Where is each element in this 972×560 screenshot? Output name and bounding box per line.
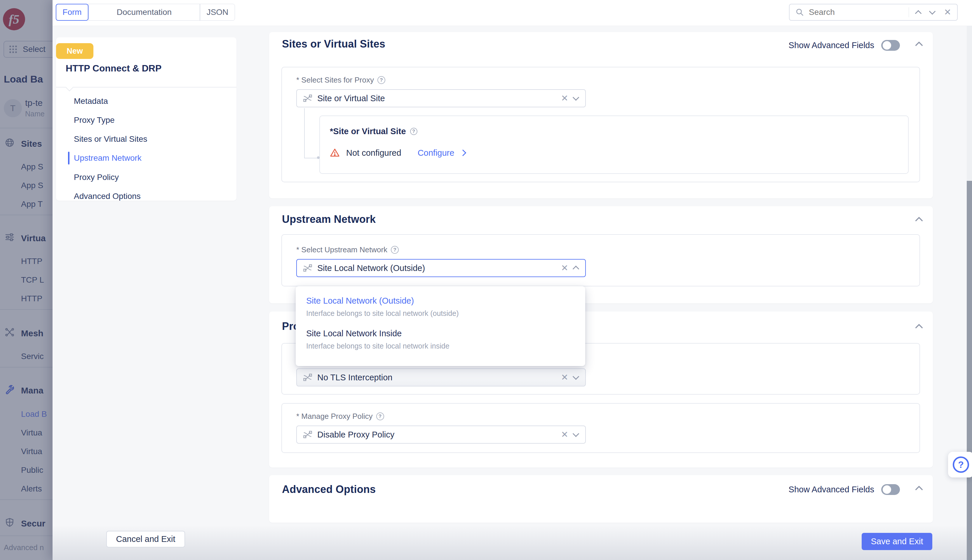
chevron-up-icon[interactable] xyxy=(573,266,580,272)
manage-proxy-policy-select[interactable]: Disable Proxy Policy ✕ xyxy=(296,425,586,443)
connector-dot xyxy=(317,156,320,159)
nested-label: *Site or Virtual Site xyxy=(330,127,406,136)
panel-topbar: Form Documentation JSON ✕ xyxy=(53,0,972,26)
connector-line xyxy=(304,108,305,158)
status-row: Not configured Configure xyxy=(330,148,908,158)
help-circle-icon[interactable]: ? xyxy=(391,246,399,254)
form-nav-item-upstream-network[interactable]: Upstream Network xyxy=(74,153,142,163)
form-title: HTTP Connect & DRP xyxy=(66,63,161,74)
reference-icon xyxy=(303,430,312,439)
divider xyxy=(56,87,236,88)
cancel-button[interactable]: Cancel and Exit xyxy=(106,531,185,547)
option-description: Interface belongs to site local network … xyxy=(306,309,575,318)
clear-icon[interactable]: ✕ xyxy=(561,94,568,103)
dropdown-option[interactable]: Site Local Network (Outside) Interface b… xyxy=(306,296,575,318)
tab-json[interactable]: JSON xyxy=(200,4,235,21)
reference-icon xyxy=(303,373,312,382)
search-icon xyxy=(795,8,804,17)
collapse-section-icon[interactable] xyxy=(915,486,923,493)
new-badge: New xyxy=(56,43,94,59)
active-indicator xyxy=(68,152,70,165)
divider-notch xyxy=(65,83,73,91)
search-box[interactable]: ✕ xyxy=(789,4,958,21)
clear-icon[interactable]: ✕ xyxy=(561,430,568,439)
upstream-network-dropdown: Site Local Network (Outside) Interface b… xyxy=(296,286,585,366)
configure-link[interactable]: Configure xyxy=(418,148,454,158)
select-value: Site or Virtual Site xyxy=(317,93,556,103)
show-advanced-label: Show Advanced Fields xyxy=(789,40,874,50)
search-next-icon[interactable] xyxy=(929,8,936,15)
show-advanced-toggle[interactable] xyxy=(881,40,900,51)
select-value: No TLS Interception xyxy=(317,373,556,382)
help-circle-icon[interactable]: ? xyxy=(377,76,385,84)
form-nav-item-sites[interactable]: Sites or Virtual Sites xyxy=(74,135,147,144)
nested-site-box: *Site or Virtual Site ? Not configured C… xyxy=(319,115,909,174)
form-nav-item-metadata[interactable]: Metadata xyxy=(74,97,108,106)
question-circle-icon: ? xyxy=(953,457,969,473)
tls-interception-select[interactable]: No TLS Interception ✕ xyxy=(296,368,586,387)
reference-icon xyxy=(303,264,312,272)
show-advanced-toggle[interactable] xyxy=(881,484,900,495)
section-advanced-card: Advanced Options Show Advanced Fields xyxy=(269,475,933,523)
upstream-field-group: * Select Upstream Network ? Site Local N… xyxy=(281,234,920,287)
warning-icon xyxy=(330,148,340,158)
show-advanced-row: Show Advanced Fields xyxy=(789,484,922,495)
form-nav-item-advanced-options[interactable]: Advanced Options xyxy=(74,192,141,201)
help-circle-icon[interactable]: ? xyxy=(410,128,418,135)
chevron-down-icon[interactable] xyxy=(573,94,580,101)
search-close-icon[interactable]: ✕ xyxy=(944,8,951,17)
bottom-gradient xyxy=(53,525,967,560)
field-label: * Manage Proxy Policy xyxy=(296,412,373,421)
manage-proxy-field-group: * Manage Proxy Policy ? Disable Proxy Po… xyxy=(281,403,920,453)
option-label[interactable]: Site Local Network (Outside) xyxy=(306,296,575,306)
chevron-down-icon[interactable] xyxy=(573,430,580,437)
nested-label-row: *Site or Virtual Site ? xyxy=(330,127,908,136)
modal-backdrop xyxy=(0,0,53,560)
form-nav-item-proxy-type[interactable]: Proxy Type xyxy=(74,115,115,125)
field-label: * Select Upstream Network xyxy=(296,245,387,254)
option-description: Interface belongs to site local network … xyxy=(306,342,575,350)
help-circle-icon[interactable]: ? xyxy=(376,412,384,420)
field-label-row: * Manage Proxy Policy ? xyxy=(296,412,905,421)
sites-for-proxy-select[interactable]: Site or Virtual Site ✕ xyxy=(296,89,586,107)
collapse-section-icon[interactable] xyxy=(915,42,923,49)
search-prev-icon[interactable] xyxy=(915,10,922,17)
select-value: Site Local Network (Outside) xyxy=(317,263,556,273)
show-advanced-label: Show Advanced Fields xyxy=(789,485,874,494)
section-title: Advanced Options xyxy=(282,483,376,495)
connector-line xyxy=(304,158,317,158)
scrollbar-thumb[interactable] xyxy=(967,181,972,560)
chevron-down-icon[interactable] xyxy=(573,373,580,380)
field-label: * Select Sites for Proxy xyxy=(296,75,374,85)
divider xyxy=(909,7,909,17)
dropdown-option[interactable]: Site Local Network Inside Interface belo… xyxy=(306,329,575,350)
section-title: Sites or Virtual Sites xyxy=(282,38,385,50)
sites-field-group: * Select Sites for Proxy ? Site or Virtu… xyxy=(281,67,920,182)
upstream-network-select[interactable]: Site Local Network (Outside) ✕ xyxy=(296,259,586,277)
tab-form[interactable]: Form xyxy=(56,4,89,21)
section-sites-card: Sites or Virtual Sites Show Advanced Fie… xyxy=(269,32,933,198)
status-text: Not configured xyxy=(346,148,401,158)
field-label-row: * Select Sites for Proxy ? xyxy=(296,75,905,85)
section-title: Upstream Network xyxy=(282,213,376,225)
clear-icon[interactable]: ✕ xyxy=(561,373,568,382)
form-nav-item-proxy-policy[interactable]: Proxy Policy xyxy=(74,173,119,182)
tab-documentation[interactable]: Documentation xyxy=(89,4,200,21)
select-value: Disable Proxy Policy xyxy=(317,430,556,440)
form-nav-card: New HTTP Connect & DRP Metadata Proxy Ty… xyxy=(56,37,236,201)
option-label[interactable]: Site Local Network Inside xyxy=(306,329,575,338)
search-input[interactable] xyxy=(808,7,905,17)
reference-icon xyxy=(303,94,312,103)
help-button[interactable]: ? xyxy=(948,452,972,477)
collapse-section-icon[interactable] xyxy=(915,217,923,225)
field-label-row: * Select Upstream Network ? xyxy=(296,245,905,254)
chevron-right-icon[interactable] xyxy=(460,150,466,156)
show-advanced-row: Show Advanced Fields xyxy=(789,40,922,51)
collapse-section-icon[interactable] xyxy=(915,324,923,332)
editor-panel: Form Documentation JSON ✕ New HTTP Conne… xyxy=(53,0,972,560)
clear-icon[interactable]: ✕ xyxy=(561,264,568,272)
save-button[interactable]: Save and Exit xyxy=(862,533,932,550)
